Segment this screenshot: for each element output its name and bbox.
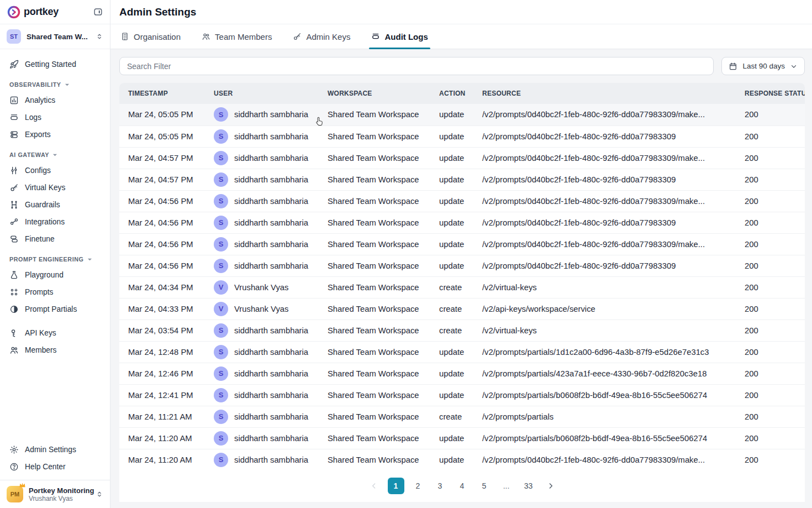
status-cell: 200 bbox=[736, 363, 805, 384]
resource-cell: /v2/prompts/0d40bc2f-1feb-480c-92f6-dd0a… bbox=[473, 147, 736, 169]
table-row[interactable]: Mar 24, 04:34 PMVVrushank VyasShared Tea… bbox=[119, 276, 805, 298]
table-row[interactable]: Mar 24, 04:57 PMSsiddharth sambhariaShar… bbox=[119, 169, 805, 190]
status-cell: 200 bbox=[736, 427, 805, 449]
tab-audit-logs[interactable]: Audit Logs bbox=[371, 24, 428, 49]
table-row[interactable]: Mar 24, 04:56 PMSsiddharth sambhariaShar… bbox=[119, 255, 805, 276]
workspace-cell: Shared Team Workspace bbox=[319, 320, 430, 341]
section-prompt-engineering[interactable]: PROMPT ENGINEERING bbox=[4, 248, 106, 266]
timestamp-cell: Mar 24, 04:57 PM bbox=[119, 147, 205, 169]
column-header: TIMESTAMP bbox=[119, 83, 205, 104]
user-cell: Ssiddharth sambharia bbox=[205, 406, 319, 427]
table-row[interactable]: Mar 24, 04:56 PMSsiddharth sambhariaShar… bbox=[119, 233, 805, 255]
sidebar-item-virtual-keys[interactable]: Virtual Keys bbox=[4, 179, 106, 196]
resource-cell: /v2/prompts/0d40bc2f-1feb-480c-92f6-dd0a… bbox=[473, 449, 736, 470]
table-row[interactable]: Mar 24, 11:20 AMSsiddharth sambhariaShar… bbox=[119, 427, 805, 449]
user-cell: Ssiddharth sambharia bbox=[205, 169, 319, 190]
workspace-cell: Shared Team Workspace bbox=[319, 212, 430, 233]
user-cell: Ssiddharth sambharia bbox=[205, 104, 319, 125]
sidebar-item-label: Admin Settings bbox=[25, 446, 76, 454]
next-page-button[interactable] bbox=[542, 478, 559, 494]
org-switcher[interactable]: PM Portkey Monitoring Vrushank Vyas bbox=[0, 480, 110, 508]
audit-log-table-wrap: TIMESTAMPUSERWORKSPACEACTIONRESOURCERESP… bbox=[119, 83, 805, 470]
table-row[interactable]: Mar 24, 04:33 PMVVrushank VyasShared Tea… bbox=[119, 298, 805, 320]
action-cell: update bbox=[430, 233, 473, 255]
page-button[interactable]: 1 bbox=[388, 478, 404, 494]
sidebar-item-label: Finetune bbox=[25, 235, 55, 243]
tab-admin-keys[interactable]: Admin Keys bbox=[293, 24, 350, 49]
sidebar-item-logs[interactable]: Logs bbox=[4, 109, 106, 126]
sidebar-item-members[interactable]: Members bbox=[4, 342, 106, 359]
crown-icon bbox=[19, 482, 26, 488]
status-cell: 200 bbox=[736, 255, 805, 276]
timestamp-cell: Mar 24, 04:56 PM bbox=[119, 255, 205, 276]
sidebar-item-label: Logs bbox=[25, 113, 41, 122]
timestamp-cell: Mar 24, 11:21 AM bbox=[119, 406, 205, 427]
table-row[interactable]: Mar 24, 03:54 PMSsiddharth sambhariaShar… bbox=[119, 320, 805, 341]
user-avatar: S bbox=[214, 237, 228, 252]
user-avatar: S bbox=[214, 216, 228, 230]
user-name: siddharth sambharia bbox=[234, 110, 308, 119]
sidebar-item-guardrails[interactable]: Guardrails bbox=[4, 196, 106, 213]
user-avatar: S bbox=[214, 259, 228, 273]
sidebar-item-prompts[interactable]: Prompts bbox=[4, 284, 106, 301]
section-observability[interactable]: OBSERVABILITY bbox=[4, 73, 106, 92]
page-button[interactable]: 5 bbox=[476, 478, 493, 494]
table-row[interactable]: Mar 24, 04:57 PMSsiddharth sambhariaShar… bbox=[119, 147, 805, 169]
table-row[interactable]: Mar 24, 11:20 AMSsiddharth sambhariaShar… bbox=[119, 449, 805, 470]
user-avatar: S bbox=[214, 323, 228, 338]
sidebar-item-admin-settings[interactable]: Admin Settings bbox=[4, 441, 106, 458]
date-range-button[interactable]: Last 90 days bbox=[721, 57, 805, 75]
sidebar-item-analytics[interactable]: Analytics bbox=[4, 92, 106, 109]
table-row[interactable]: Mar 24, 04:56 PMSsiddharth sambhariaShar… bbox=[119, 190, 805, 212]
sidebar-item-help-center[interactable]: Help Center bbox=[4, 458, 106, 475]
page-button[interactable]: 3 bbox=[432, 478, 449, 494]
workspace-cell: Shared Team Workspace bbox=[319, 147, 430, 169]
sidebar-item-exports[interactable]: Exports bbox=[4, 126, 106, 143]
workspace-cell: Shared Team Workspace bbox=[319, 406, 430, 427]
sidebar-item-integrations[interactable]: Integrations bbox=[4, 213, 106, 231]
sidebar-item-configs[interactable]: Configs bbox=[4, 162, 106, 179]
user-avatar: S bbox=[214, 107, 228, 122]
action-cell: update bbox=[430, 104, 473, 125]
page-button[interactable]: 4 bbox=[454, 478, 471, 494]
action-cell: update bbox=[430, 255, 473, 276]
table-row[interactable]: Mar 24, 12:41 PMSsiddharth sambhariaShar… bbox=[119, 384, 805, 406]
finetune-icon bbox=[9, 234, 19, 244]
tab-team-members[interactable]: Team Members bbox=[202, 24, 272, 49]
timestamp-cell: Mar 24, 04:56 PM bbox=[119, 212, 205, 233]
search-filter-input[interactable] bbox=[119, 57, 714, 75]
previous-page-button[interactable] bbox=[366, 478, 382, 494]
table-row[interactable]: Mar 24, 12:46 PMSsiddharth sambhariaShar… bbox=[119, 363, 805, 384]
page-button[interactable]: 33 bbox=[520, 478, 537, 494]
sidebar-item-api-keys[interactable]: API Keys bbox=[4, 324, 106, 342]
workspace-switcher[interactable]: ST Shared Team W... bbox=[0, 24, 110, 49]
table-row[interactable]: Mar 24, 05:05 PMSsiddharth sambhariaShar… bbox=[119, 104, 805, 125]
sidebar-item-prompt-partials[interactable]: Prompt Partials bbox=[4, 301, 106, 318]
page-button[interactable]: 2 bbox=[410, 478, 426, 494]
status-cell: 200 bbox=[736, 125, 805, 147]
tab-organisation[interactable]: Organisation bbox=[120, 24, 181, 49]
prompts-icon bbox=[9, 287, 19, 297]
table-row[interactable]: Mar 24, 05:05 PMSsiddharth sambhariaShar… bbox=[119, 125, 805, 147]
section-ai-gateway[interactable]: AI GATEWAY bbox=[4, 143, 106, 162]
sidebar-item-finetune[interactable]: Finetune bbox=[4, 231, 106, 248]
user-name: siddharth sambharia bbox=[234, 132, 308, 141]
user-cell: Ssiddharth sambharia bbox=[205, 449, 319, 470]
user-name: siddharth sambharia bbox=[234, 434, 308, 443]
user-avatar: S bbox=[214, 151, 228, 165]
table-header-row: TIMESTAMPUSERWORKSPACEACTIONRESOURCERESP… bbox=[119, 83, 805, 104]
sidebar-item-getting-started[interactable]: Getting Started bbox=[4, 56, 106, 73]
user-avatar: V bbox=[214, 280, 228, 295]
workspace-cell: Shared Team Workspace bbox=[319, 298, 430, 320]
column-header: RESOURCE bbox=[473, 83, 736, 104]
analytics-icon bbox=[9, 96, 19, 105]
sidebar-collapse-button[interactable] bbox=[93, 7, 103, 17]
calendar-icon bbox=[729, 62, 737, 71]
portkey-logo[interactable]: portkey bbox=[7, 6, 59, 19]
table-row[interactable]: Mar 24, 12:48 PMSsiddharth sambhariaShar… bbox=[119, 341, 805, 363]
org-avatar: PM bbox=[7, 486, 23, 502]
table-row[interactable]: Mar 24, 11:21 AMSsiddharth sambhariaShar… bbox=[119, 406, 805, 427]
team-members-icon bbox=[202, 32, 210, 41]
table-row[interactable]: Mar 24, 04:56 PMSsiddharth sambhariaShar… bbox=[119, 212, 805, 233]
sidebar-item-playground[interactable]: Playground bbox=[4, 266, 106, 284]
